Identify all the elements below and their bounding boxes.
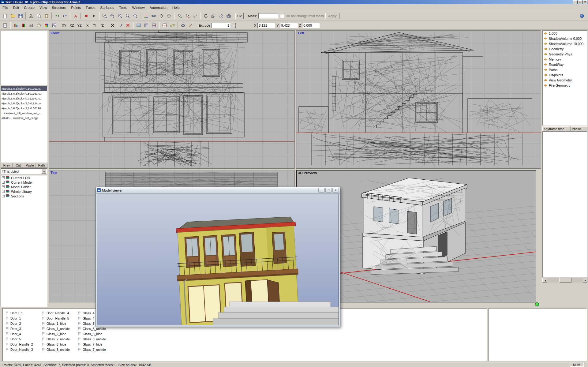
plane-button-x[interactable]: 'X bbox=[83, 22, 91, 28]
selection-item[interactable]: Door_Handle_5 bbox=[41, 316, 77, 321]
redo-button[interactable] bbox=[61, 12, 69, 20]
cut-button[interactable] bbox=[27, 12, 35, 20]
letter-a-button[interactable]: A bbox=[72, 12, 79, 20]
play-button[interactable] bbox=[90, 12, 98, 20]
scrollbar-thumb[interactable] bbox=[559, 278, 571, 283]
gizmo-button[interactable] bbox=[142, 12, 150, 20]
paste-button[interactable] bbox=[43, 12, 50, 20]
minimize-button[interactable]: _ bbox=[573, 0, 578, 4]
menu-item-surfaces[interactable]: Surfaces bbox=[98, 5, 117, 11]
crosshair-button[interactable] bbox=[157, 12, 165, 20]
lod-item[interactable]: Memory bbox=[543, 57, 587, 62]
selection-item[interactable]: Door_Handle_2 bbox=[5, 342, 41, 347]
record-button[interactable] bbox=[82, 12, 90, 20]
zoom-plus-button[interactable] bbox=[108, 12, 116, 20]
texture-list-item[interactable]: #(argb,8,8,3)color(0.752941,0.. bbox=[1, 96, 47, 101]
selection-item[interactable]: Glass_7_unhide bbox=[77, 347, 114, 352]
plane-button-y[interactable]: 'Y bbox=[91, 22, 99, 28]
zoom-extents-button[interactable] bbox=[124, 12, 131, 20]
apply-button[interactable]: Apply bbox=[325, 13, 339, 19]
selection-item[interactable]: Glass_2_unhide bbox=[41, 336, 77, 342]
lod-item[interactable]: View Geometry bbox=[543, 77, 587, 83]
tab-prev[interactable]: Prev bbox=[1, 163, 13, 168]
scale-button[interactable] bbox=[209, 12, 217, 20]
model-viewer-titlebar[interactable]: Model viewer _ □ × bbox=[96, 187, 340, 194]
maximize-button[interactable]: □ bbox=[578, 0, 582, 4]
open-folder-button[interactable] bbox=[9, 12, 17, 20]
menu-item-points[interactable]: Points bbox=[69, 5, 83, 11]
model-viewer-close-button[interactable]: × bbox=[332, 188, 339, 193]
lod-list[interactable]: 1.000ShadowVolume 0.000ShadowVolume 10.0… bbox=[542, 30, 587, 125]
rg-columns-button[interactable] bbox=[20, 22, 27, 29]
plane-button-z[interactable]: 'Z bbox=[99, 22, 106, 28]
select-add-button[interactable] bbox=[176, 12, 183, 20]
remove-red-x-button[interactable] bbox=[124, 22, 132, 29]
camera-button[interactable] bbox=[225, 12, 232, 20]
texture-list-item[interactable]: #(argb,8,8,3)color(0.501961,0. bbox=[1, 86, 47, 91]
extrude-input[interactable] bbox=[212, 23, 230, 28]
menu-item-faces[interactable]: Faces bbox=[83, 5, 98, 11]
lod-item[interactable]: ShadowVolume 0.000 bbox=[543, 36, 587, 41]
selection-item[interactable]: Glass_7_hide bbox=[77, 342, 114, 347]
lod-item[interactable]: ShadowVolume 10.000 bbox=[543, 41, 587, 46]
palette-button[interactable] bbox=[35, 22, 43, 29]
mass-input[interactable] bbox=[258, 13, 279, 19]
expand-icon[interactable]: + bbox=[2, 195, 5, 197]
lod-item[interactable]: Geometry bbox=[543, 46, 587, 51]
selection-item[interactable]: Glass_1_hide bbox=[41, 321, 77, 326]
grid-button[interactable] bbox=[142, 22, 150, 29]
close-button[interactable]: × bbox=[583, 0, 587, 4]
keyframe-list[interactable] bbox=[542, 131, 587, 277]
selection-item[interactable]: Glass_2_hide bbox=[41, 331, 77, 336]
texture-list-item[interactable]: #(argb,8,8,3)color(1,1,0.50196 bbox=[1, 106, 47, 111]
menu-item-structure[interactable]: Structure bbox=[50, 5, 69, 11]
coord-z-input[interactable] bbox=[302, 23, 320, 28]
lod-item[interactable]: 1.000 bbox=[543, 31, 587, 36]
zoom-minus-button[interactable] bbox=[116, 12, 124, 20]
rgb-bars-button[interactable] bbox=[12, 22, 20, 29]
menu-item-automation[interactable]: Automation bbox=[147, 5, 170, 11]
viewport-left[interactable]: Left bbox=[296, 30, 541, 169]
menu-item-edit[interactable]: Edit bbox=[11, 5, 22, 11]
plane-button-xz[interactable]: XZ bbox=[68, 22, 76, 28]
lod-item[interactable]: Fire Geometry bbox=[543, 83, 587, 88]
uv-editor-button[interactable]: UV bbox=[235, 13, 244, 19]
new-file-button[interactable] bbox=[1, 12, 9, 20]
swatch-button[interactable] bbox=[43, 22, 50, 29]
chevron-down-icon[interactable] bbox=[41, 169, 46, 174]
coord-y-input[interactable] bbox=[280, 23, 298, 28]
help-sphere-button[interactable] bbox=[578, 12, 586, 20]
viewport-front[interactable]: Front bbox=[49, 30, 295, 169]
selection-item[interactable]: Door_1 bbox=[5, 316, 41, 321]
search-button[interactable] bbox=[131, 12, 139, 20]
lod-item[interactable]: Hit-points bbox=[543, 72, 587, 77]
selection-item[interactable]: Door_3 bbox=[5, 326, 41, 331]
knife-button[interactable] bbox=[116, 22, 124, 29]
menu-item-help[interactable]: Help bbox=[170, 5, 182, 11]
rotate-button[interactable] bbox=[202, 12, 209, 20]
tree-item-sections[interactable]: +Sections bbox=[1, 194, 47, 198]
tree-item-whole-library[interactable]: +Whole Library bbox=[1, 189, 47, 194]
expand-icon[interactable]: + bbox=[2, 181, 5, 184]
menu-item-window[interactable]: Window bbox=[130, 5, 147, 11]
tree-item-current-lod[interactable]: +Current LOD bbox=[1, 175, 47, 180]
library-tree[interactable]: +Current LOD+Current Model+Model Folder+… bbox=[1, 175, 47, 307]
selection-item[interactable]: Glass_6_hide bbox=[77, 331, 114, 336]
lod-page-button[interactable] bbox=[1, 22, 9, 29]
room-button[interactable]: ROOM bbox=[161, 22, 168, 29]
phase-header[interactable]: Phase bbox=[571, 126, 587, 131]
selection-item[interactable]: DamT_1 bbox=[5, 310, 41, 316]
selection-item[interactable]: Glass_6_unhide bbox=[77, 336, 114, 342]
background-button[interactable] bbox=[135, 22, 142, 29]
model-viewer-window[interactable]: Model viewer _ □ × bbox=[96, 187, 340, 327]
texture-list-item[interactable]: ...\destruct_full_window_set_c bbox=[1, 111, 47, 116]
menu-item-tools[interactable]: Tools bbox=[117, 5, 130, 11]
histogram-button[interactable] bbox=[27, 22, 35, 29]
coord-x-input[interactable] bbox=[257, 23, 275, 28]
lod-item[interactable]: RoadWay bbox=[543, 62, 587, 67]
selection-item[interactable]: Door_Handle_3 bbox=[5, 347, 41, 352]
texture-list[interactable]: #(argb,8,8,3)color(0.501961,0.#(argb,8,8… bbox=[1, 86, 47, 163]
texture-list-item[interactable]: #(argb,8,8,3)color(1,0,0,1,0,co bbox=[1, 101, 47, 106]
tree-item-current-model[interactable]: +Current Model bbox=[1, 180, 47, 185]
orbit-button[interactable] bbox=[150, 12, 157, 20]
